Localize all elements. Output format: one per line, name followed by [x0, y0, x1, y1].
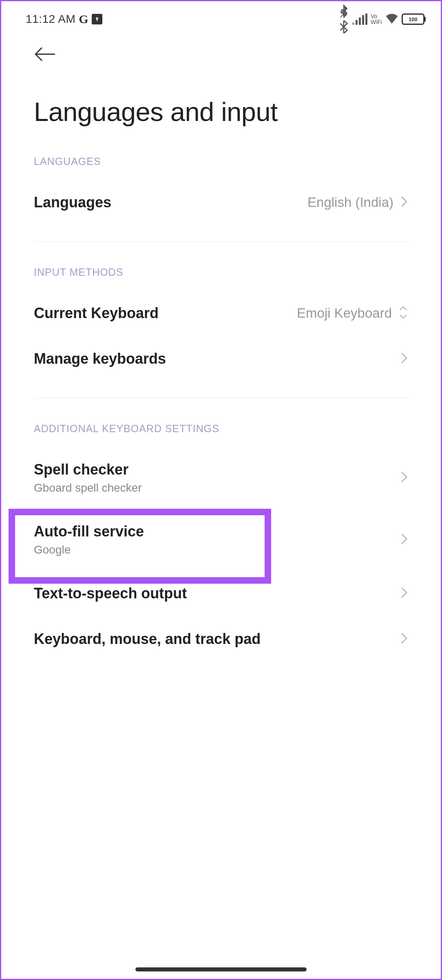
status-time: 11:12 AM	[26, 13, 75, 26]
chevron-right-icon	[400, 586, 408, 601]
home-indicator[interactable]	[135, 967, 307, 971]
chevron-right-icon	[400, 352, 408, 366]
chevron-right-icon	[400, 195, 408, 210]
battery-icon: 100	[402, 13, 424, 25]
setting-sublabel: Google	[34, 543, 144, 556]
setting-keyboard-mouse-trackpad[interactable]: Keyboard, mouse, and track pad	[1, 616, 441, 662]
wifi-icon	[385, 13, 398, 25]
arrow-left-icon	[34, 46, 57, 62]
status-bar: 11:12 AM G Vo WiFi 100	[1, 1, 441, 34]
setting-autofill-service[interactable]: Auto-fill service Google	[1, 509, 441, 571]
setting-value: Emoji Keyboard	[297, 305, 392, 321]
setting-text-to-speech[interactable]: Text-to-speech output	[1, 571, 441, 616]
setting-label: Current Keyboard	[34, 305, 159, 322]
signal-icon	[352, 13, 367, 25]
status-left: 11:12 AM G	[26, 12, 102, 26]
setting-label: Spell checker	[34, 461, 142, 478]
setting-label: Languages	[34, 194, 111, 211]
updown-icon	[398, 305, 408, 321]
chevron-right-icon	[400, 532, 408, 547]
setting-current-keyboard[interactable]: Current Keyboard Emoji Keyboard	[1, 290, 441, 336]
setting-label: Text-to-speech output	[34, 585, 187, 602]
back-button[interactable]	[1, 34, 441, 64]
setting-manage-keyboards[interactable]: Manage keyboards	[1, 336, 441, 382]
section-header-languages: LANGUAGES	[1, 147, 441, 180]
setting-label: Keyboard, mouse, and track pad	[34, 631, 261, 648]
chevron-right-icon	[400, 470, 408, 485]
bluetooth-icon	[338, 4, 349, 34]
section-header-additional: ADDITIONAL KEYBOARD SETTINGS	[1, 398, 441, 447]
setting-sublabel: Gboard spell checker	[34, 481, 142, 494]
page-title: Languages and input	[1, 64, 441, 147]
setting-value: English (India)	[307, 195, 393, 210]
setting-languages[interactable]: Languages English (India)	[1, 180, 441, 225]
setting-label: Manage keyboards	[34, 350, 166, 367]
setting-label: Auto-fill service	[34, 523, 144, 540]
section-header-input-methods: INPUT METHODS	[1, 242, 441, 290]
setting-spell-checker[interactable]: Spell checker Gboard spell checker	[1, 447, 441, 509]
status-right: Vo WiFi 100	[338, 4, 424, 34]
vowifi-icon: Vo WiFi	[371, 13, 382, 25]
chevron-right-icon	[400, 632, 408, 646]
google-icon: G	[79, 12, 88, 26]
upload-icon	[92, 14, 102, 24]
